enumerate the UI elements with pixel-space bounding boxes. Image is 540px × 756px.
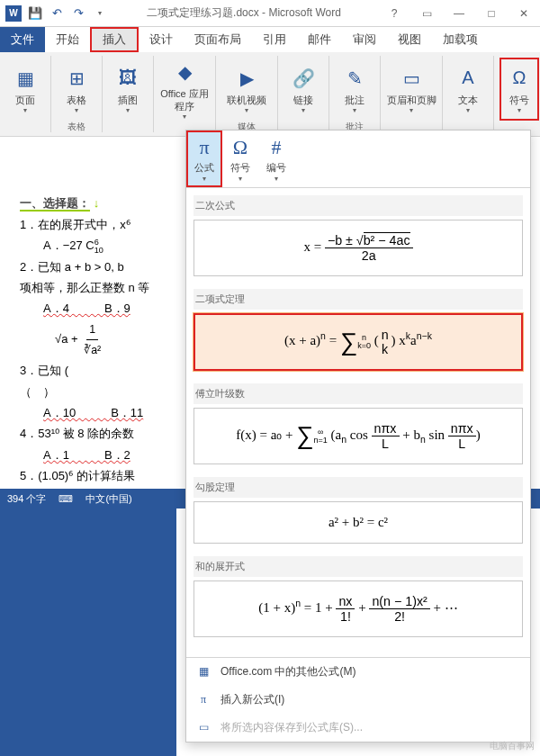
insert-new-equation[interactable]: π插入新公式(I) (186, 686, 530, 714)
ribbon-group: ▶联机视频▾媒体 (216, 56, 278, 132)
ribbon-options-button[interactable]: ▭ (410, 1, 443, 26)
maximize-button[interactable]: □ (475, 1, 508, 26)
tab-加载项[interactable]: 加载项 (432, 27, 489, 52)
equation-footer: ▦Office.com 中的其他公式(M) π插入新公式(I) ▭将所选内容保存… (186, 657, 530, 742)
ribbon-label: 插图 (118, 94, 138, 106)
dropdown-arrow-icon: ▾ (202, 175, 206, 183)
ribbon-icon: ◆ (170, 58, 199, 86)
ribbon-label: 文本 (458, 94, 478, 106)
equation-group-label: 二项式定理 (194, 289, 523, 310)
ribbon-链接[interactable]: 🔗链接▾ (284, 58, 323, 121)
ribbon-icon: A (454, 64, 482, 93)
word-count[interactable]: 394 个字 (7, 492, 46, 506)
tab-设计[interactable]: 设计 (139, 27, 184, 52)
equation-勾股定理[interactable]: a² + b² = c² (194, 501, 523, 544)
eq-toolbar-label: 编号 (266, 161, 286, 175)
dropdown-arrow-icon: ▾ (23, 106, 27, 114)
ribbon-Office应用程序[interactable]: ◆Office 应用程序▾ (159, 58, 210, 121)
dropdown-arrow-icon: ▾ (410, 106, 413, 114)
ribbon-icon: Ω (505, 64, 534, 93)
office-icon: ▦ (195, 665, 212, 679)
ribbon-group: ⊞表格▾表格 (51, 56, 103, 132)
window-title: 二项式定理练习题.docx - Microsoft Word (110, 5, 378, 21)
close-button[interactable]: ✕ (508, 1, 540, 26)
ribbon-label: 联机视频 (227, 94, 266, 106)
tab-引用[interactable]: 引用 (252, 27, 297, 52)
equation-group-label: 二次公式 (194, 195, 523, 216)
save-to-gallery: ▭将所选内容保存到公式库(S)... (186, 714, 530, 742)
redo-icon[interactable]: ↷ (68, 4, 88, 23)
ribbon-group: ▦页面▾ (0, 56, 51, 132)
tab-邮件[interactable]: 邮件 (297, 27, 342, 52)
titlebar: W 💾 ↶ ↷ ▾ 二项式定理练习题.docx - Microsoft Word… (0, 0, 540, 27)
dropdown-arrow-icon: ▾ (126, 106, 130, 114)
ribbon-group: ▭页眉和页脚▾ (381, 56, 443, 132)
save-icon[interactable]: 💾 (25, 4, 45, 23)
undo-icon[interactable]: ↶ (47, 4, 67, 23)
equation-二次公式[interactable]: x = −b ± √b² − 4ac2a (194, 220, 523, 276)
符号-icon: Ω (233, 136, 248, 159)
dropdown-arrow-icon: ▾ (274, 175, 278, 183)
ribbon-group: 🖼插图▾ (103, 56, 154, 132)
qat-customize-icon[interactable]: ▾ (90, 4, 110, 23)
ribbon-label: 符号 (509, 94, 529, 106)
eq-toolbar-label: 符号 (230, 161, 250, 175)
ribbon-页眉和页脚[interactable]: ▭页眉和页脚▾ (386, 58, 436, 121)
ribbon-label: 表格 (67, 94, 86, 106)
equation-group-label: 和的展开式 (194, 556, 523, 577)
ribbon-label: 页眉和页脚 (387, 94, 436, 106)
section-heading: 一、选择题： (20, 196, 90, 212)
eq-toolbar-编号[interactable]: #编号▾ (258, 130, 294, 187)
ribbon-符号[interactable]: Ω符号▾ (500, 58, 539, 121)
dropdown-arrow-icon: ▾ (466, 106, 470, 114)
equation-和的展开式[interactable]: (1 + x)n = 1 + nx1! + n(n − 1)x²2! + ⋯ (194, 580, 523, 637)
ribbon-icon: ▶ (232, 64, 261, 93)
ribbon-group: ◆Office 应用程序▾ (154, 56, 216, 132)
eq-toolbar-公式[interactable]: π公式▾ (186, 130, 222, 187)
ribbon-表格[interactable]: ⊞表格▾ (57, 58, 96, 121)
dropdown-arrow-icon: ▾ (245, 106, 248, 114)
eq-toolbar-符号[interactable]: Ω符号▾ (222, 130, 258, 187)
help-button[interactable]: ? (378, 1, 410, 26)
watermark: 电脑百事网 (490, 740, 535, 752)
ribbon-icon: ▦ (11, 64, 40, 93)
eq-toolbar-label: 公式 (194, 161, 214, 175)
equation-group-label: 勾股定理 (194, 477, 523, 498)
more-equations-online[interactable]: ▦Office.com 中的其他公式(M) (186, 658, 530, 686)
tab-审阅[interactable]: 审阅 (342, 27, 387, 52)
公式-icon: π (199, 136, 209, 159)
tab-file[interactable]: 文件 (0, 27, 45, 52)
ribbon-批注[interactable]: ✎批注▾ (335, 58, 374, 121)
ribbon-文本[interactable]: A文本▾ (448, 58, 488, 121)
equation-list[interactable]: 二次公式x = −b ± √b² − 4ac2a二项式定理(x + a)n = … (186, 188, 530, 657)
ribbon-label: Office 应用程序 (159, 88, 210, 112)
ribbon-插图[interactable]: 🖼插图▾ (108, 58, 148, 121)
equation-傅立叶级数[interactable]: f(x) = a₀ + ∑∞n=1 (an cos nπxL + bn sin … (194, 408, 523, 464)
tab-插入[interactable]: 插入 (90, 27, 139, 52)
dropdown-arrow-icon: ▾ (238, 175, 242, 183)
ribbon-icon: ✎ (340, 64, 369, 93)
pi-icon: π (195, 693, 212, 706)
ribbon-联机视频[interactable]: ▶联机视频▾ (221, 58, 272, 121)
equation-toolbar: π公式▾Ω符号▾#编号▾ (186, 130, 530, 188)
lang-icon[interactable]: ⌨ (58, 493, 73, 505)
minimize-button[interactable]: — (443, 1, 475, 26)
group-label: 表格 (68, 121, 86, 133)
dropdown-arrow-icon: ▾ (353, 106, 356, 114)
tab-开始[interactable]: 开始 (45, 27, 90, 52)
tab-页面布局[interactable]: 页面布局 (184, 27, 252, 52)
ribbon-group: A文本▾ (443, 56, 494, 132)
language-indicator[interactable]: 中文(中国) (86, 492, 131, 506)
tab-视图[interactable]: 视图 (387, 27, 432, 52)
ribbon: ▦页面▾⊞表格▾表格🖼插图▾◆Office 应用程序▾▶联机视频▾媒体🔗链接▾✎… (0, 52, 540, 137)
ribbon-页面[interactable]: ▦页面▾ (5, 58, 45, 121)
dropdown-arrow-icon: ▾ (302, 106, 305, 114)
equation-二项式定理[interactable]: (x + a)n = ∑nk=0 (nk) xkan−k (194, 313, 523, 371)
ribbon-icon: ▭ (397, 64, 426, 93)
ribbon-group: ✎批注▾批注 (329, 56, 381, 132)
ribbon-icon: 🔗 (289, 64, 318, 93)
ribbon-icon: ⊞ (62, 64, 91, 93)
dropdown-arrow-icon: ▾ (75, 106, 78, 114)
window-controls: ? ▭ — □ ✕ (378, 1, 540, 26)
word-app-icon: W (4, 4, 23, 23)
